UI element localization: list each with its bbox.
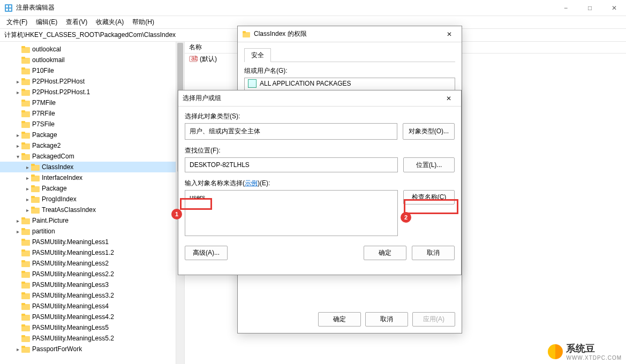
tree-row[interactable]: ▸P2PHost.P2PHost.1 (0, 87, 184, 97)
tree-label: Package (42, 185, 67, 192)
chevron-right-icon[interactable]: ▸ (24, 175, 31, 181)
tree-label: P10File (32, 67, 54, 74)
chevron-right-icon[interactable]: ▸ (24, 196, 31, 202)
tree-row[interactable]: outlookmail (0, 55, 184, 65)
folder-icon (21, 249, 30, 256)
tree-row[interactable]: ▸Paint.Picture (0, 215, 184, 226)
object-types-button[interactable]: 对象类型(O)... (403, 123, 455, 140)
tree-row[interactable]: PASMUtility.MeaningLess4.2 (0, 312, 184, 322)
tab-security[interactable]: 安全 (244, 48, 271, 62)
perm-tabs: 安全 (244, 48, 455, 62)
locations-button[interactable]: 位置(L)... (403, 157, 455, 172)
menu-help[interactable]: 帮助(H) (128, 17, 159, 28)
perm-cancel-button[interactable]: 取消 (365, 312, 408, 327)
tree-label: P2PHost.P2PHost (32, 78, 85, 85)
tree-row[interactable]: outlookcal (0, 44, 184, 55)
principal-row[interactable]: ALL APPLICATION PACKAGES (245, 78, 455, 89)
tree-label: ClassIndex (42, 163, 73, 171)
chevron-right-icon[interactable]: ▸ (24, 164, 31, 170)
select-cancel-button[interactable]: 取消 (412, 246, 455, 260)
select-user-group-dialog: 选择用户或组 ✕ 选择此对象类型(S): 用户、组或内置安全主体 对象类型(O)… (178, 90, 462, 275)
tree-label: PASMUtility.MeaningLess3.2 (32, 292, 114, 299)
maximize-button[interactable]: □ (578, 0, 602, 16)
chevron-right-icon[interactable]: ▸ (14, 79, 21, 85)
tree-row[interactable]: PASMUtility.MeaningLess1 (0, 237, 184, 247)
tree-row[interactable]: PASMUtility.MeaningLess3 (0, 279, 184, 290)
perm-dialog-close[interactable]: ✕ (441, 26, 457, 42)
tree-row[interactable]: PASMUtility.MeaningLess4 (0, 301, 184, 312)
tree-row[interactable]: ▸ProgIdIndex (0, 194, 184, 204)
tree-row[interactable]: ▸InterfaceIndex (0, 172, 184, 183)
close-button[interactable]: ✕ (602, 0, 626, 16)
folder-icon (21, 270, 30, 278)
object-names-input[interactable]: users (185, 190, 398, 236)
advanced-button[interactable]: 高级(A)... (185, 246, 228, 260)
tree-row[interactable]: P10File (0, 65, 184, 76)
tree-row[interactable]: PASMUtility.MeaningLess3.2 (0, 290, 184, 301)
menu-view[interactable]: 查看(V) (62, 17, 92, 28)
list-value-name: (默认) (200, 55, 217, 64)
chevron-right-icon[interactable]: ▸ (14, 346, 21, 352)
tree-row[interactable]: ▸Package (0, 183, 184, 194)
menu-favorites[interactable]: 收藏夹(A) (92, 17, 128, 28)
svg-rect-58 (21, 324, 25, 327)
svg-rect-16 (21, 100, 25, 102)
tree-row[interactable]: ▾PackagedCom (0, 151, 184, 162)
tree-row[interactable]: PASMUtility.MeaningLess1.2 (0, 247, 184, 258)
tree-row[interactable]: ▸Package (0, 130, 184, 140)
menu-edit[interactable]: 编辑(E) (32, 17, 62, 28)
select-dialog-close[interactable]: ✕ (441, 90, 457, 107)
principal-name: ALL APPLICATION PACKAGES (260, 80, 351, 87)
chevron-right-icon[interactable]: ▸ (14, 218, 21, 224)
chevron-right-icon[interactable]: ▸ (24, 207, 31, 213)
enter-names-suffix: )(E): (258, 179, 270, 187)
tree-label: InterfaceIndex (42, 174, 82, 181)
tree-row[interactable]: PASMUtility.MeaningLess5.2 (0, 333, 184, 344)
svg-rect-26 (21, 153, 25, 155)
object-type-label: 选择此对象类型(S): (185, 112, 455, 121)
tree-row[interactable]: PASMUtility.MeaningLess2 (0, 258, 184, 269)
minimize-button[interactable]: − (554, 0, 578, 16)
tree-label: PASMUtility.MeaningLess2.2 (32, 270, 114, 278)
perm-ok-button[interactable]: 确定 (318, 312, 361, 327)
check-names-button[interactable]: 检查名称(C) (403, 190, 455, 204)
folder-icon (21, 67, 30, 74)
regedit-icon (4, 4, 13, 12)
tree-row[interactable]: ▸TreatAsClassIndex (0, 204, 184, 215)
folder-icon (21, 313, 30, 321)
tree-panel[interactable]: outlookcaloutlookmailP10File▸P2PHost.P2P… (0, 42, 185, 364)
svg-rect-10 (21, 67, 25, 70)
perm-dialog-titlebar: ClassIndex 的权限 ✕ (238, 26, 462, 42)
tree-row[interactable]: ▸ClassIndex (0, 162, 184, 172)
tree-label: Paint.Picture (32, 217, 69, 224)
chevron-right-icon[interactable]: ▸ (14, 229, 21, 234)
chevron-right-icon[interactable]: ▸ (24, 186, 31, 192)
chevron-right-icon[interactable]: ▸ (14, 89, 21, 95)
tree-label: P7RFile (32, 110, 55, 117)
chevron-down-icon[interactable]: ▾ (14, 154, 21, 160)
folder-icon (21, 260, 30, 267)
tree-row[interactable]: ▸PassportForWork (0, 344, 184, 354)
tree-label: PASMUtility.MeaningLess2 (32, 260, 109, 267)
tree-row[interactable]: ▸P2PHost.P2PHost (0, 76, 184, 87)
folder-icon (31, 174, 40, 181)
chevron-right-icon[interactable]: ▸ (14, 132, 21, 138)
watermark-url: WWW.XTDPC.COM (566, 355, 622, 361)
tree-row[interactable]: ▸partition (0, 226, 184, 237)
examples-link[interactable]: 示例 (245, 179, 258, 187)
tree-row[interactable]: PASMUtility.MeaningLess2.2 (0, 269, 184, 279)
menu-file[interactable]: 文件(F) (2, 17, 32, 28)
tree-row[interactable]: P7RFile (0, 108, 184, 119)
tree-row[interactable]: PASMUtility.MeaningLess5 (0, 322, 184, 333)
perm-apply-button[interactable]: 应用(A) (412, 312, 455, 327)
folder-icon (21, 88, 30, 96)
chevron-right-icon[interactable]: ▸ (14, 143, 21, 149)
tree-row[interactable]: P7SFile (0, 119, 184, 130)
select-ok-button[interactable]: 确定 (364, 246, 406, 260)
title-bar: 注册表编辑器 − □ ✕ (0, 0, 626, 16)
tree-row[interactable]: P7MFile (0, 97, 184, 108)
tree-row[interactable]: ▸Package2 (0, 140, 184, 151)
svg-rect-18 (21, 110, 25, 112)
folder-icon (21, 46, 30, 53)
enter-names-prefix: 输入对象名称来选择( (185, 179, 245, 187)
